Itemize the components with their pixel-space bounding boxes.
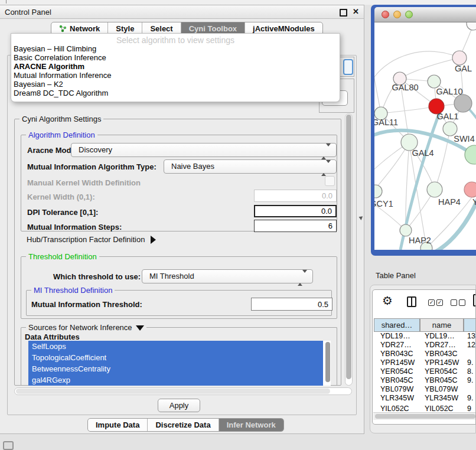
tab-discretize-data[interactable]: Discretize Data	[147, 419, 218, 431]
hub-factor-label: Hub/Transcription Factor Definition	[27, 235, 145, 244]
svg-text:Y: Y	[472, 197, 476, 207]
tab-impute-data[interactable]: Impute Data	[88, 419, 147, 431]
data-attributes-list: SelfLoops TopologicalCoefficient Between…	[28, 341, 331, 386]
export-table-icon[interactable]	[473, 294, 476, 306]
tab-infer-network[interactable]: Infer Network	[219, 419, 283, 431]
svg-text:GAL: GAL	[455, 64, 472, 73]
algorithm-dropdown-popup: Select algorithm to view settings Bayesi…	[11, 33, 340, 102]
network-canvas[interactable]: GAL GAL80 GAL10 GAL1 GAL11 SWI4 GAL4 GCY…	[374, 22, 476, 250]
sources-group: Sources for Network Inference Data Attri…	[21, 327, 337, 386]
network-icon	[59, 25, 67, 32]
node-table: ⚙ ✓ ✓ shared… name YDL19…YDL19…13 YDR27……	[372, 289, 476, 425]
table-row[interactable]: YDR27…YDR27…12	[374, 341, 476, 350]
control-panel-window: Control Panel ✕ Network Style Select Cyn…	[0, 5, 364, 434]
svg-text:GAL1: GAL1	[436, 112, 458, 121]
settings-vertical-scrollbar[interactable]	[345, 113, 353, 386]
mi-type-combo[interactable]: Naive Bayes	[164, 159, 337, 174]
table-row[interactable]: YER054CYER054C8.	[374, 367, 476, 376]
table-row[interactable]: YBL079WYBL079W	[374, 385, 476, 394]
column-header-name[interactable]: name	[420, 318, 464, 332]
network-node[interactable]	[428, 75, 441, 88]
table-row[interactable]: YPR145WYPR145W9.	[374, 358, 476, 367]
show-columns-icon[interactable]	[407, 296, 416, 307]
threshold-definition-group: Threshold Definition Which threshold to …	[21, 256, 337, 319]
attribute-item[interactable]: gal4RGexp	[28, 374, 323, 386]
column-header-cut[interactable]	[464, 318, 476, 332]
svg-text:GAL80: GAL80	[392, 83, 418, 92]
focused-combo-button-fragment[interactable]	[343, 59, 353, 75]
scrollbar-thumb[interactable]	[16, 389, 330, 394]
manual-kernel-checkbox[interactable]	[325, 176, 335, 186]
mi-threshold-label: Mutual Information Threshold:	[31, 300, 142, 309]
tab-impute-data-label: Impute Data	[96, 419, 139, 432]
algorithm-option[interactable]: Dream8 DC_TDC Algorithm	[11, 89, 340, 97]
algorithm-option[interactable]: Bayesian – K2	[11, 80, 340, 89]
mi-threshold-field[interactable]	[251, 298, 332, 311]
svg-text:GAL4: GAL4	[412, 148, 433, 158]
dpi-tolerance-field[interactable]	[254, 205, 337, 217]
mi-type-label: Mutual Information Algorithm Type:	[27, 162, 157, 171]
select-all-checkbox-icon[interactable]: ✓	[436, 299, 443, 306]
kernel-width-field[interactable]	[254, 190, 337, 202]
cyni-algorithm-settings-group: Cyni Algorithm Settings Algorithm Defini…	[14, 119, 341, 386]
settings-horizontal-scrollbar[interactable]	[14, 387, 352, 395]
column-header-shared[interactable]: shared…	[374, 318, 420, 332]
svg-text:GAL10: GAL10	[436, 87, 462, 96]
svg-text:SWI4: SWI4	[454, 134, 474, 144]
algorithm-option[interactable]: Mutual Information Inference	[11, 71, 340, 80]
gear-icon[interactable]: ⚙	[382, 294, 393, 308]
attribute-item[interactable]: SelfLoops	[28, 341, 323, 352]
network-node[interactable]	[454, 94, 472, 112]
network-node[interactable]	[427, 182, 442, 197]
network-node[interactable]	[400, 224, 412, 236]
table-row[interactable]: YLR345WYLR345W9.	[374, 394, 476, 403]
network-node[interactable]	[465, 145, 476, 164]
algorithm-option[interactable]: Bayesian – Hill Climbing	[11, 44, 340, 53]
apply-button[interactable]: Apply	[158, 399, 200, 412]
network-node[interactable]	[464, 182, 476, 197]
threshold-definition-title: Threshold Definition	[26, 252, 99, 261]
mac-close-button[interactable]	[382, 11, 389, 18]
tab-discretize-data-label: Discretize Data	[155, 419, 210, 432]
scrollbar-thumb[interactable]	[346, 115, 351, 379]
algorithm-option-selected[interactable]: ARACNE Algorithm	[11, 62, 340, 71]
network-node[interactable]	[467, 22, 476, 30]
table-horizontal-scrollbar[interactable]	[373, 412, 476, 420]
mi-steps-field[interactable]	[254, 220, 337, 232]
algorithm-placeholder: Select algorithm to view settings	[11, 35, 340, 44]
stepper-arrows-icon	[321, 163, 331, 174]
algorithm-option[interactable]: Basic Correlation Inference	[11, 53, 340, 62]
scrollbar-thumb[interactable]	[375, 414, 475, 419]
deselect-all-checkbox-icon[interactable]	[459, 299, 465, 306]
mi-threshold-group-title: MI Threshold Definition	[31, 286, 115, 295]
algorithm-definition-title: Algorithm Definition	[26, 131, 97, 139]
table-row[interactable]: YDL19…YDL19…13	[374, 332, 476, 341]
table-row[interactable]: YBR043CYBR043C	[374, 350, 476, 358]
docked-panel-icon[interactable]	[3, 441, 14, 450]
table-row[interactable]: YBR045CYBR045C9.	[374, 376, 476, 385]
which-threshold-combo[interactable]: MI Threshold	[142, 269, 313, 283]
network-view-window: GAL GAL80 GAL10 GAL1 GAL11 SWI4 GAL4 GCY…	[371, 5, 476, 256]
which-threshold-label: Which threshold to use:	[53, 272, 141, 281]
hub-factor-expander[interactable]: Hub/Transcription Factor Definition	[27, 235, 156, 244]
aracne-mode-combo[interactable]: Discovery	[71, 143, 337, 157]
tab-infer-network-label: Infer Network	[227, 419, 276, 432]
float-window-icon[interactable]	[340, 9, 347, 17]
network-node[interactable]	[452, 51, 467, 65]
deselect-all-checkbox-icon[interactable]	[451, 299, 457, 306]
network-window-titlebar[interactable]	[374, 7, 476, 22]
mac-minimize-button[interactable]	[393, 11, 401, 18]
svg-text:GAL11: GAL11	[374, 118, 398, 127]
attribute-item[interactable]: BetweennessCentrality	[28, 363, 323, 374]
cyni-bottom-tab-bar: Impute Data Discretize Data Infer Networ…	[87, 418, 284, 432]
close-icon[interactable]: ✕	[353, 7, 359, 16]
network-node[interactable]	[374, 185, 382, 198]
table-panel-title: Table Panel	[376, 271, 416, 280]
attribute-item[interactable]: TopologicalCoefficient	[28, 352, 323, 363]
mi-steps-label: Mutual Information Steps:	[27, 223, 122, 231]
stepper-arrows-icon	[321, 146, 331, 157]
mac-zoom-button[interactable]	[405, 11, 413, 18]
select-all-checkbox-icon[interactable]: ✓	[428, 299, 435, 306]
control-panel-title: Control Panel	[5, 8, 51, 17]
list-scrollbar-thumb[interactable]	[325, 342, 330, 382]
